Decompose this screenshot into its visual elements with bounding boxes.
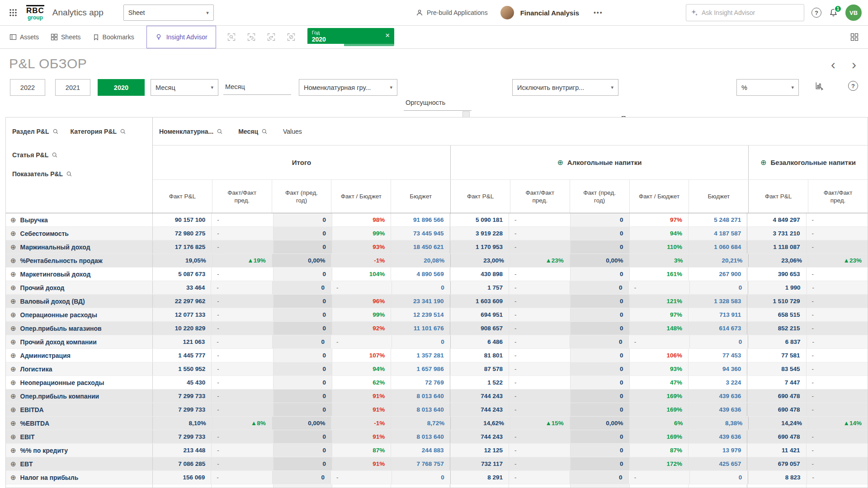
row-label-cell[interactable]: ⊕EBIT xyxy=(6,430,153,443)
more-menu-button[interactable]: ••• xyxy=(594,9,603,16)
data-cell[interactable]: 244 883 xyxy=(391,444,449,457)
data-cell[interactable]: 77 581 xyxy=(747,349,806,362)
data-cell[interactable]: 10 220 829 xyxy=(153,322,211,335)
data-cell[interactable]: - xyxy=(211,335,272,348)
data-cell[interactable]: 0 xyxy=(689,281,748,294)
row-label-cell[interactable]: ⊕EBT xyxy=(6,457,153,470)
data-cell[interactable]: 0 xyxy=(570,376,629,389)
data-cell[interactable]: 83 545 xyxy=(747,362,806,375)
row-label-cell[interactable]: ⊕Прочий доход компании xyxy=(6,335,153,348)
expand-icon[interactable]: ⊕ xyxy=(10,420,16,427)
tab-bookmarks[interactable]: Bookmarks xyxy=(87,26,140,48)
data-cell[interactable]: 121 063 xyxy=(153,335,211,348)
year-button-2022[interactable]: 2022 xyxy=(10,79,45,96)
data-cell[interactable]: 0 xyxy=(273,362,332,375)
data-cell[interactable]: 0 xyxy=(273,295,332,308)
data-cell[interactable]: 0 xyxy=(570,389,629,403)
data-cell[interactable]: 0 xyxy=(273,308,332,321)
data-cell[interactable]: 7 447 xyxy=(747,376,806,389)
data-cell[interactable]: - xyxy=(806,484,868,488)
data-cell[interactable]: 87 578 xyxy=(450,362,509,375)
data-cell[interactable]: - xyxy=(509,471,570,484)
data-cell[interactable]: 0 xyxy=(273,227,332,240)
dim-nomenclature[interactable]: Номенклатурна... xyxy=(159,128,223,135)
data-cell[interactable]: - xyxy=(509,281,570,294)
expand-icon[interactable]: ⊕ xyxy=(10,433,16,440)
row-label-cell[interactable]: ⊕%EBITDA xyxy=(6,417,153,430)
data-cell[interactable]: 94% xyxy=(629,227,688,240)
dim-pokazatel-pl[interactable]: Показатель P&L xyxy=(12,170,72,178)
column-header[interactable]: Факт P&L xyxy=(450,180,510,213)
clear-selections-icon[interactable] xyxy=(284,30,298,44)
close-icon[interactable]: ✕ xyxy=(385,32,390,39)
expand-icon[interactable]: ⊕ xyxy=(557,158,563,167)
data-cell[interactable]: 93% xyxy=(629,362,688,375)
data-cell[interactable]: 416 834 xyxy=(688,484,747,488)
data-cell[interactable]: - xyxy=(806,389,868,403)
data-cell[interactable]: 0 xyxy=(273,267,332,281)
data-cell[interactable]: 96% xyxy=(332,295,391,308)
data-cell[interactable]: 45 430 xyxy=(153,376,211,389)
chart-selection-icon[interactable] xyxy=(813,79,826,93)
data-cell[interactable]: 93% xyxy=(332,240,391,253)
column-header[interactable]: Факт (пред. год) xyxy=(272,180,331,213)
data-cell[interactable]: - xyxy=(211,457,273,470)
row-label-cell[interactable]: ⊕Маркетинговый доход xyxy=(6,267,153,281)
column-header[interactable]: Факт (пред. год) xyxy=(570,180,629,213)
column-header[interactable]: Факт / Бюджет xyxy=(629,180,689,213)
data-cell[interactable]: - xyxy=(806,457,868,470)
row-label-cell[interactable]: ⊕%Рентабельность продаж xyxy=(6,254,153,267)
data-cell[interactable]: 0 xyxy=(570,457,629,470)
data-cell[interactable]: 81 801 xyxy=(450,349,509,362)
data-cell[interactable]: 670 234 xyxy=(747,484,806,488)
data-cell[interactable]: - xyxy=(509,457,570,470)
row-label-cell[interactable]: ⊕Валовый доход (ВД) xyxy=(6,295,153,308)
data-cell[interactable]: 439 636 xyxy=(688,389,747,403)
data-cell[interactable]: - xyxy=(509,444,570,457)
data-cell[interactable]: 5 090 181 xyxy=(450,213,509,226)
data-cell[interactable]: - xyxy=(211,444,273,457)
data-cell[interactable]: 97% xyxy=(629,308,688,321)
expand-icon[interactable]: ⊕ xyxy=(10,447,16,454)
data-cell[interactable]: 1 118 087 xyxy=(747,240,806,253)
data-cell[interactable]: 0 xyxy=(273,376,332,389)
row-label-cell[interactable]: ⊕EBITDA xyxy=(6,403,153,416)
data-cell[interactable]: 8 291 xyxy=(450,471,509,484)
data-cell[interactable]: - xyxy=(211,484,273,488)
data-cell[interactable]: 0 xyxy=(273,322,332,335)
dim-razdel-pl[interactable]: Раздел P&L xyxy=(12,128,59,135)
data-cell[interactable]: 0 xyxy=(570,444,629,457)
data-cell[interactable]: 1 328 583 xyxy=(688,295,747,308)
data-cell[interactable]: 1 510 729 xyxy=(747,295,806,308)
data-cell[interactable]: - xyxy=(806,227,868,240)
data-cell[interactable]: 1 657 986 xyxy=(391,362,449,375)
expand-icon[interactable]: ⊕ xyxy=(760,158,766,167)
data-cell[interactable]: 1 550 952 xyxy=(153,362,211,375)
app-thumbnail[interactable] xyxy=(500,6,514,19)
data-cell[interactable]: 20,21% xyxy=(689,254,748,267)
data-cell[interactable]: 7 299 733 xyxy=(153,403,211,416)
data-cell[interactable]: 14,62% xyxy=(450,417,510,430)
data-cell[interactable]: - xyxy=(509,362,570,375)
data-cell[interactable]: - xyxy=(807,471,868,484)
data-cell[interactable]: 6 930 216 xyxy=(153,484,211,488)
data-cell[interactable]: 6 486 xyxy=(450,335,509,348)
data-cell[interactable]: - xyxy=(806,240,868,253)
data-cell[interactable]: 62% xyxy=(332,376,391,389)
column-header[interactable]: Факт/Факт пред. xyxy=(808,180,868,213)
data-cell[interactable]: 91% xyxy=(332,430,391,443)
data-cell[interactable]: -1% xyxy=(331,254,391,267)
data-cell[interactable]: 0,00% xyxy=(570,254,629,267)
data-cell[interactable]: 0 xyxy=(570,308,629,321)
data-cell[interactable]: - xyxy=(509,403,570,416)
data-cell[interactable]: - xyxy=(211,430,273,443)
data-cell[interactable]: - xyxy=(330,281,392,294)
row-label-cell[interactable]: ⊕Выручка xyxy=(6,213,153,226)
column-header[interactable]: Факт/Факт пред. xyxy=(212,180,272,213)
data-cell[interactable]: 91% xyxy=(332,457,391,470)
data-cell[interactable]: 7 768 757 xyxy=(391,457,449,470)
data-cell[interactable]: 1 757 xyxy=(450,281,509,294)
row-label-cell[interactable]: ⊕Налог на прибыль xyxy=(6,471,153,484)
data-cell[interactable]: 0 xyxy=(689,335,748,348)
sheet-layout-icon[interactable] xyxy=(850,33,859,42)
